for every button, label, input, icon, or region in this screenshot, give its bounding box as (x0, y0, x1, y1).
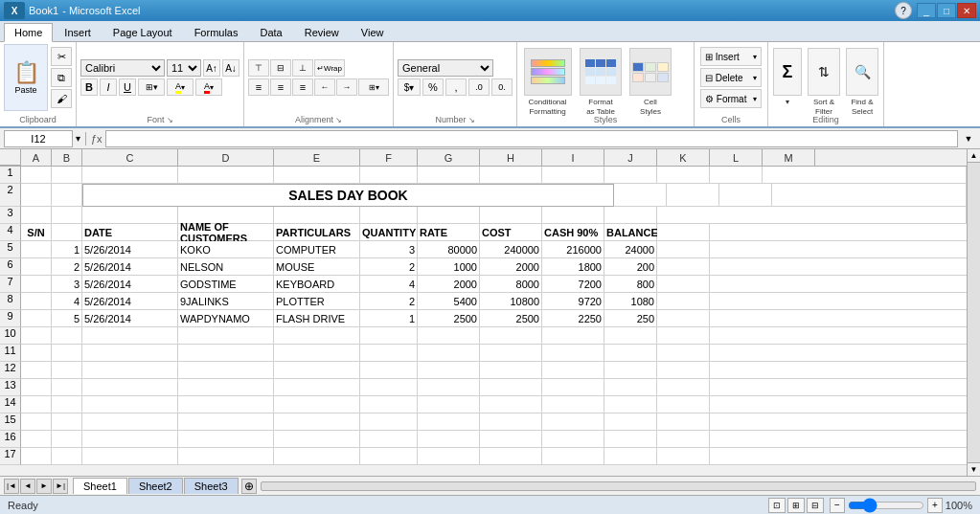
cell-styles-button[interactable]: CellStyles (627, 48, 673, 116)
cell-I5[interactable]: 216000 (542, 241, 604, 258)
zoom-slider[interactable] (848, 502, 924, 509)
cell-A7[interactable] (21, 276, 52, 293)
cell-B7[interactable]: 3 (52, 276, 82, 293)
function-wizard-icon[interactable]: ƒx (91, 133, 103, 145)
cell-J8[interactable]: 1080 (604, 293, 657, 310)
cell-L5[interactable] (710, 241, 967, 258)
tab-home[interactable]: Home (4, 23, 53, 42)
sum-button[interactable]: Σ ▾ (772, 48, 803, 106)
cell-J2[interactable] (614, 184, 667, 207)
col-header-C[interactable]: C (82, 149, 178, 166)
cell-B1[interactable] (52, 167, 82, 184)
cell-C9[interactable]: 5/26/2014 (82, 310, 178, 327)
row-header-5[interactable]: 5 (0, 241, 21, 258)
cell-J6[interactable]: 200 (604, 258, 657, 276)
cell-L6[interactable] (710, 258, 967, 276)
row-header-16[interactable]: 16 (0, 431, 21, 448)
office-logo[interactable]: X (4, 2, 25, 19)
row-header-3[interactable]: 3 (0, 207, 21, 224)
font-name-select[interactable]: Calibri (80, 59, 165, 77)
cell-A8[interactable] (21, 293, 52, 310)
cell-E3[interactable] (274, 207, 360, 224)
delete-cells-button[interactable]: ⊟ Delete▾ (700, 68, 762, 87)
col-header-K[interactable]: K (657, 149, 710, 166)
insert-cells-button[interactable]: ⊞ Insert▾ (700, 47, 762, 66)
sort-filter-button[interactable]: ⇅ Sort &Filter (807, 48, 841, 116)
cell-D7[interactable]: GODSTIME (178, 276, 274, 293)
cell-K7[interactable] (657, 276, 710, 293)
thousands-separator-button[interactable]: , (445, 78, 467, 96)
row-header-14[interactable]: 14 (0, 396, 21, 413)
cell-L4[interactable] (710, 224, 967, 241)
col-header-M[interactable]: M (763, 149, 815, 166)
cell-D4[interactable]: NAME OF CUSTOMERS (178, 224, 274, 241)
cell-I4[interactable]: CASH 90% (542, 224, 604, 241)
cell-G6[interactable]: 1000 (418, 258, 480, 276)
cell-F3[interactable] (360, 207, 418, 224)
cell-D9[interactable]: WAPDYNAMO (178, 310, 274, 327)
row-header-9[interactable]: 9 (0, 310, 21, 327)
cell-H7[interactable]: 8000 (480, 276, 542, 293)
cell-E7[interactable]: KEYBOARD (274, 276, 360, 293)
cell-C3[interactable] (82, 207, 178, 224)
cell-A1[interactable] (21, 167, 52, 184)
col-header-H[interactable]: H (480, 149, 542, 166)
bottom-align-button[interactable]: ⊥ (292, 59, 313, 77)
help-button[interactable]: ? (895, 2, 912, 19)
cell-E1[interactable] (274, 167, 360, 184)
cell-A9[interactable] (21, 310, 52, 327)
tab-formulas[interactable]: Formulas (184, 23, 249, 41)
cell-K3[interactable] (657, 207, 967, 224)
col-header-G[interactable]: G (418, 149, 480, 166)
cell-E8[interactable]: PLOTTER (274, 293, 360, 310)
zoom-level[interactable]: 100% (946, 500, 972, 511)
sheet-nav-last[interactable]: ►| (53, 479, 68, 494)
name-box[interactable] (4, 130, 73, 147)
col-header-B[interactable]: B (52, 149, 82, 166)
cell-H3[interactable] (480, 207, 542, 224)
cell-B3[interactable] (52, 207, 82, 224)
sheet-nav-prev[interactable]: ◄ (20, 479, 35, 494)
wrap-text-button[interactable]: ↵Wrap (314, 59, 345, 77)
cell-C7[interactable]: 5/26/2014 (82, 276, 178, 293)
cell-G5[interactable]: 80000 (418, 241, 480, 258)
formula-bar-input[interactable] (105, 130, 958, 147)
scroll-up-button[interactable]: ▲ (968, 149, 980, 163)
cell-C8[interactable]: 5/26/2014 (82, 293, 178, 310)
border-button[interactable]: ⊞▾ (138, 78, 165, 96)
cell-D1[interactable] (178, 167, 274, 184)
find-select-button[interactable]: 🔍 Find &Select (845, 48, 879, 116)
paste-button[interactable]: 📋 Paste (4, 44, 48, 111)
zoom-in-button[interactable]: + (927, 498, 943, 513)
format-cells-button[interactable]: ⚙ Format▾ (700, 89, 762, 108)
cell-G8[interactable]: 5400 (418, 293, 480, 310)
cell-H5[interactable]: 240000 (480, 241, 542, 258)
cell-F4[interactable]: QUANTITY (360, 224, 418, 241)
tab-page-layout[interactable]: Page Layout (103, 23, 183, 41)
cell-D6[interactable]: NELSON (178, 258, 274, 276)
merge-center-button[interactable]: ⊞▾ (358, 78, 389, 96)
tab-sheet2[interactable]: Sheet2 (128, 478, 183, 494)
indent-increase-button[interactable]: → (336, 78, 357, 96)
cell-B4[interactable] (52, 224, 82, 241)
copy-button[interactable]: ⧉ (51, 68, 72, 87)
font-size-select[interactable]: 11 (167, 59, 201, 77)
cell-F9[interactable]: 1 (360, 310, 418, 327)
col-header-I[interactable]: I (542, 149, 604, 166)
cell-K4[interactable] (657, 224, 710, 241)
cell-H6[interactable]: 2000 (480, 258, 542, 276)
sheet-nav-first[interactable]: |◄ (4, 479, 19, 494)
col-header-D[interactable]: D (178, 149, 274, 166)
cell-H4[interactable]: COST (480, 224, 542, 241)
col-header-E[interactable]: E (274, 149, 360, 166)
cell-A3[interactable] (21, 207, 52, 224)
cell-K8[interactable] (657, 293, 710, 310)
cell-I8[interactable]: 9720 (542, 293, 604, 310)
cell-L7[interactable] (710, 276, 967, 293)
bold-button[interactable]: B (80, 78, 98, 96)
tab-view[interactable]: View (351, 23, 395, 41)
cell-H1[interactable] (480, 167, 542, 184)
increase-font-button[interactable]: A↑ (203, 59, 220, 77)
expand-formula-bar-button[interactable]: ▼ (961, 131, 976, 146)
cell-G9[interactable]: 2500 (418, 310, 480, 327)
